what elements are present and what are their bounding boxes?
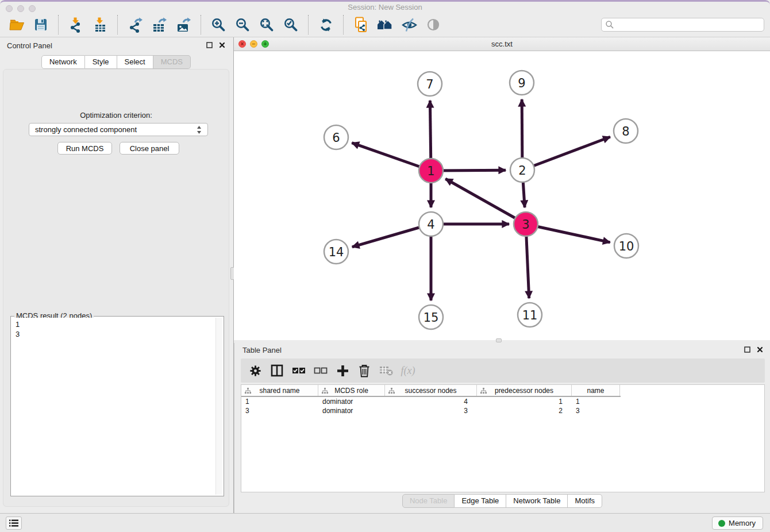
minimize-window-button[interactable]: [17, 5, 24, 12]
zoom-in-button[interactable]: [207, 14, 229, 36]
column-header-label: name: [587, 387, 604, 395]
network-close-button[interactable]: ×: [238, 40, 246, 48]
cell-successor-nodes[interactable]: 4: [385, 397, 477, 406]
welcome-screen-button[interactable]: [374, 14, 396, 36]
status-bar: Memory: [0, 513, 770, 532]
cell-predecessor-nodes[interactable]: 1: [477, 397, 572, 406]
network-minimize-button[interactable]: −: [250, 40, 257, 48]
tab-mcds[interactable]: MCDS: [153, 55, 191, 69]
export-table-button[interactable]: [148, 14, 170, 36]
memory-button[interactable]: Memory: [712, 516, 763, 530]
table-close-panel-button[interactable]: [757, 346, 763, 353]
run-mcds-button[interactable]: Run MCDS: [57, 142, 112, 155]
close-panel-action-button[interactable]: Close panel: [120, 142, 179, 155]
add-column-button[interactable]: [334, 362, 351, 379]
cell-mcds-role[interactable]: dominator: [318, 397, 385, 406]
zoom-fit-button[interactable]: [256, 14, 278, 36]
close-panel-button[interactable]: [219, 41, 225, 48]
tab-node-table[interactable]: Node Table: [402, 494, 455, 508]
float-panel-button[interactable]: [206, 41, 213, 48]
table-body: 1dominator4113dominator323: [241, 397, 764, 415]
zoom-selected-button[interactable]: [280, 14, 302, 36]
node-9[interactable]: 9: [510, 71, 534, 95]
duplicate-network-button[interactable]: [350, 14, 372, 36]
memory-label: Memory: [729, 519, 756, 527]
node-2[interactable]: 2: [510, 158, 534, 182]
delete-column-button[interactable]: [356, 362, 373, 379]
column-header-successor-nodes[interactable]: successor nodes: [385, 385, 477, 396]
criterion-select-value: strongly connected component: [35, 125, 137, 134]
cell-shared-name[interactable]: 1: [241, 397, 318, 406]
tab-network-table[interactable]: Network Table: [506, 494, 568, 508]
function-builder-icon: f(x): [401, 365, 415, 377]
network-maximize-button[interactable]: +: [261, 40, 269, 48]
node-label: 15: [424, 311, 439, 325]
tab-select[interactable]: Select: [117, 55, 153, 69]
node-8[interactable]: 8: [614, 119, 638, 143]
save-session-button[interactable]: [30, 14, 52, 36]
hide-graphics-details-button[interactable]: [398, 14, 420, 36]
tab-edge-table[interactable]: Edge Table: [455, 494, 506, 508]
table-toolbar: f(x): [241, 358, 765, 383]
task-history-button[interactable]: [6, 516, 22, 530]
export-network-button[interactable]: [124, 14, 146, 36]
close-window-button[interactable]: [6, 5, 13, 12]
select-all-button[interactable]: [290, 362, 307, 379]
memory-status-dot: [718, 520, 725, 527]
edge-3-1[interactable]: [445, 179, 526, 224]
gear-button[interactable]: [247, 362, 264, 379]
column-header-label: predecessor nodes: [495, 387, 553, 395]
node-11[interactable]: 11: [518, 303, 542, 327]
zoom-out-button[interactable]: [232, 14, 253, 36]
tab-style[interactable]: Style: [85, 55, 117, 69]
node-15[interactable]: 15: [419, 305, 443, 329]
graph-canvas[interactable]: 7968124314101511: [234, 51, 770, 340]
edge-2-8[interactable]: [522, 137, 610, 170]
node-10[interactable]: 10: [614, 234, 638, 258]
cell-mcds-role[interactable]: dominator: [318, 406, 385, 415]
cell-successor-nodes[interactable]: 3: [385, 406, 477, 415]
mcds-panel: Optimization criterion: strongly connect…: [3, 69, 229, 507]
maximize-window-button[interactable]: [29, 5, 36, 12]
node-6[interactable]: 6: [324, 125, 348, 149]
control-panel-tabs: NetworkStyleSelectMCDS: [0, 55, 232, 69]
node-14[interactable]: 14: [324, 240, 348, 264]
result-scrollbar[interactable]: [215, 318, 222, 495]
table-float-panel-button[interactable]: [744, 346, 750, 353]
node-7[interactable]: 7: [418, 72, 442, 96]
network-graph[interactable]: 7968124314101511: [234, 51, 770, 340]
table-header-row: shared nameMCDS rolesuccessor nodesprede…: [241, 385, 621, 397]
export-image-button[interactable]: [172, 14, 194, 36]
column-header-label: MCDS role: [334, 387, 368, 395]
node-1[interactable]: 1: [419, 159, 443, 183]
column-view-button[interactable]: [268, 362, 286, 379]
float-icon: [206, 42, 213, 48]
horizontal-splitter-grip[interactable]: [496, 338, 502, 342]
node-4[interactable]: 4: [419, 212, 443, 236]
tab-network[interactable]: Network: [41, 55, 85, 69]
import-network-button[interactable]: [65, 14, 87, 36]
column-header-mcds-role[interactable]: MCDS role: [318, 385, 385, 396]
cell-name[interactable]: 1: [572, 397, 620, 406]
hide-graphics-details-icon: [402, 18, 417, 32]
column-header-predecessor-nodes[interactable]: predecessor nodes: [477, 385, 572, 396]
mcds-result-line: 1: [16, 319, 222, 329]
edge-3-10[interactable]: [526, 224, 610, 242]
mcds-result-list[interactable]: 13: [12, 318, 222, 495]
cell-shared-name[interactable]: 3: [241, 406, 318, 415]
apply-layout-button[interactable]: [315, 14, 337, 36]
node-3[interactable]: 3: [514, 212, 538, 236]
tab-motifs[interactable]: Motifs: [568, 494, 602, 508]
deselect-all-button[interactable]: [312, 362, 329, 379]
select-all-icon: [292, 367, 306, 375]
function-builder-button: f(x): [399, 362, 417, 379]
criterion-select[interactable]: strongly connected component: [29, 123, 208, 136]
search-field: [601, 18, 764, 32]
column-header-name[interactable]: name: [572, 385, 620, 396]
open-file-button[interactable]: [6, 14, 28, 36]
column-header-shared-name[interactable]: shared name: [241, 385, 318, 396]
cell-predecessor-nodes[interactable]: 2: [477, 406, 572, 415]
cell-name[interactable]: 3: [572, 406, 620, 415]
search-input[interactable]: [601, 18, 764, 32]
import-table-button[interactable]: [89, 14, 111, 36]
